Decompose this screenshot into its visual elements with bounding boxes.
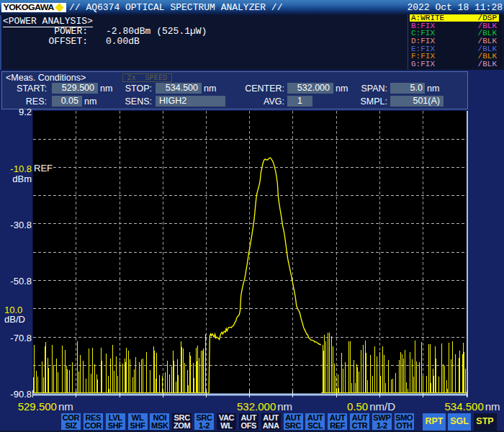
svg-text:REF: REF <box>34 163 53 174</box>
